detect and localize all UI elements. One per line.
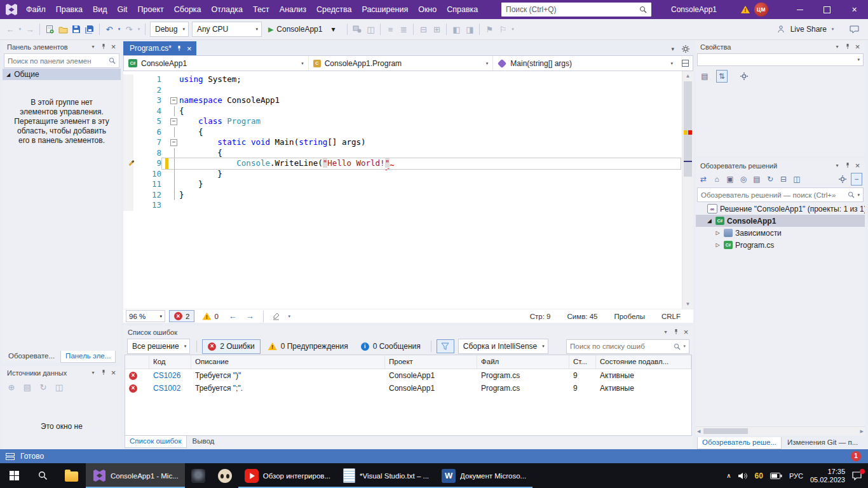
error-code-link[interactable]: CS1026 <box>149 369 191 382</box>
start-button[interactable] <box>0 463 29 488</box>
redo-dropdown-icon[interactable]: ▾ <box>136 22 142 37</box>
search-dropdown-icon[interactable]: ▾ <box>683 344 686 349</box>
maximize-button[interactable] <box>813 0 841 19</box>
code-line[interactable]: 13 <box>123 200 682 211</box>
zoom-dropdown[interactable]: 96 %▾ <box>126 310 165 322</box>
menu-item[interactable]: Справка <box>442 0 483 19</box>
tool-window-tab[interactable]: Список ошибок <box>125 436 187 448</box>
taskbar-search-icon[interactable] <box>29 463 57 488</box>
menu-item[interactable]: Анализ <box>275 0 311 19</box>
breakpoint-margin[interactable] <box>123 148 133 159</box>
expand-outlining-icon[interactable]: ⊞ <box>430 22 443 37</box>
editor-vertical-scrollbar[interactable]: ▲ ▼ <box>682 71 693 309</box>
switch-views-icon[interactable]: ▣ <box>725 173 735 185</box>
horizontal-scrollbar[interactable]: ◀ ▶ <box>696 426 865 435</box>
quick-search-box[interactable]: Поиск (Ctrl+Q) <box>501 3 651 17</box>
language-indicator[interactable]: РУС <box>789 472 803 480</box>
pin-icon[interactable] <box>671 327 681 337</box>
configure-icon[interactable]: ◫ <box>54 381 64 393</box>
code-editor[interactable]: 1using System;23−namespace ConsoleApp14{… <box>123 71 693 309</box>
type-dropdown[interactable]: ConsoleApp1.Program ▾ <box>309 56 494 71</box>
project-dropdown[interactable]: ConsoleApp1 ▾ <box>124 56 309 71</box>
close-icon[interactable]: × <box>187 44 192 53</box>
filter-icon[interactable] <box>437 339 454 353</box>
breakpoint-margin[interactable] <box>123 85 133 96</box>
live-share-icon[interactable] <box>775 22 787 37</box>
window-menu-icon[interactable]: ▾ <box>88 368 98 377</box>
start-debugging-button[interactable]: ▶ConsoleApp1▾ <box>264 22 344 37</box>
toggle-bookmark-icon[interactable]: ⚑ <box>483 22 496 37</box>
menu-item[interactable]: Проект <box>133 0 169 19</box>
show-all-files-icon[interactable]: ▤ <box>752 173 762 185</box>
fold-collapse-icon[interactable]: − <box>170 97 177 104</box>
comment-selection-icon[interactable]: ◧ <box>450 22 463 37</box>
scrollbar-thumb[interactable] <box>684 81 692 177</box>
menu-item[interactable]: Тест <box>248 0 275 19</box>
close-icon[interactable]: × <box>109 42 118 51</box>
new-project-icon[interactable] <box>43 22 56 37</box>
error-row[interactable]: ×CS1026Требуется ")"ConsoleApp1Program.c… <box>125 369 691 382</box>
increase-indent-icon[interactable]: ≣ <box>397 22 410 37</box>
feedback-icon[interactable] <box>848 22 860 37</box>
background-tasks-icon[interactable] <box>6 453 15 460</box>
error-column-header[interactable]: Файл <box>477 355 569 369</box>
taskbar-app[interactable]: ConsoleApp1 - Mic... <box>86 463 185 488</box>
breakpoint-margin[interactable] <box>123 190 133 201</box>
notification-badge[interactable]: 1 <box>851 451 861 461</box>
redo-icon[interactable]: ↷ <box>123 22 135 37</box>
navigate-forward-icon[interactable]: → <box>243 311 257 321</box>
scrollbar-thumb[interactable] <box>703 428 748 434</box>
solution-platform-dropdown[interactable]: Any CPU▾ <box>192 22 262 37</box>
search-dropdown-icon[interactable]: ▾ <box>857 193 860 198</box>
code-line[interactable]: 8 { <box>123 148 682 159</box>
code-line[interactable]: 1using System; <box>123 74 682 85</box>
home-icon[interactable]: ⌂ <box>712 173 722 185</box>
pending-changes-filter-icon[interactable]: ◎ <box>738 173 749 185</box>
error-column-header[interactable]: Описание <box>191 355 385 369</box>
document-tab-program-cs[interactable]: Program.cs* × <box>123 41 196 55</box>
collapse-all-icon[interactable]: ⊟ <box>778 173 789 185</box>
categorized-icon[interactable]: ▤ <box>700 71 710 82</box>
taskbar-app[interactable] <box>185 463 212 488</box>
error-row[interactable]: ×CS1002Требуется ";".ConsoleApp1Program.… <box>125 382 691 395</box>
navigate-back-icon[interactable]: ← <box>4 22 17 37</box>
code-cleanup-broom-icon[interactable] <box>270 309 283 324</box>
menu-item[interactable]: Git <box>112 0 133 19</box>
breakpoint-margin[interactable] <box>123 95 133 106</box>
navigate-forward-icon[interactable]: → <box>24 22 36 37</box>
window-menu-icon[interactable]: ▾ <box>832 161 842 170</box>
pin-icon[interactable] <box>843 42 852 51</box>
error-column-header[interactable]: Проект <box>385 355 477 369</box>
error-scope-dropdown[interactable]: Все решение▾ <box>127 339 190 354</box>
taskbar-app[interactable]: *Visual Studio.txt – ... <box>337 463 435 488</box>
status-spaces[interactable]: Пробелы <box>614 313 645 320</box>
scroll-right-icon[interactable]: ▶ <box>859 429 865 434</box>
toolbox-group-general[interactable]: ◢ Общие <box>3 69 121 80</box>
code-frame-icon[interactable]: ◫ <box>364 22 377 37</box>
close-button[interactable]: × <box>841 0 868 19</box>
warning-count-button[interactable]: !0 <box>198 311 222 322</box>
window-menu-icon[interactable]: ▾ <box>832 42 842 51</box>
tool-window-tab[interactable]: Панель эле... <box>60 351 116 363</box>
user-avatar[interactable]: ЦМ <box>754 3 768 17</box>
breakpoint-margin[interactable] <box>123 127 133 138</box>
menu-item[interactable]: Вид <box>88 0 112 19</box>
attach-to-process-icon[interactable] <box>351 22 363 37</box>
breakpoint-margin[interactable] <box>123 106 133 117</box>
messages-filter-button[interactable]: i0 Сообщения <box>356 340 426 353</box>
breakpoint-margin[interactable] <box>123 74 133 85</box>
tree-item[interactable]: ▷Зависимости <box>696 227 865 239</box>
menu-item[interactable]: Файл <box>21 0 51 19</box>
code-line[interactable]: 2 <box>123 85 682 96</box>
settings-gear-icon[interactable] <box>682 45 689 53</box>
property-pages-wrench-icon[interactable] <box>739 71 749 82</box>
alphabetical-sort-icon[interactable]: ⇅ <box>716 70 728 83</box>
error-count-button[interactable]: ×2 <box>169 310 194 322</box>
add-data-source-icon[interactable]: ⊕ <box>6 381 17 393</box>
code-line[interactable]: 4{ <box>123 106 682 117</box>
volume-icon[interactable] <box>738 472 748 480</box>
bookmark-dropdown-icon[interactable]: ▾ <box>510 22 515 37</box>
split-window-icon[interactable] <box>677 56 693 71</box>
action-center-icon[interactable] <box>852 471 862 480</box>
status-eol[interactable]: CRLF <box>661 313 681 320</box>
